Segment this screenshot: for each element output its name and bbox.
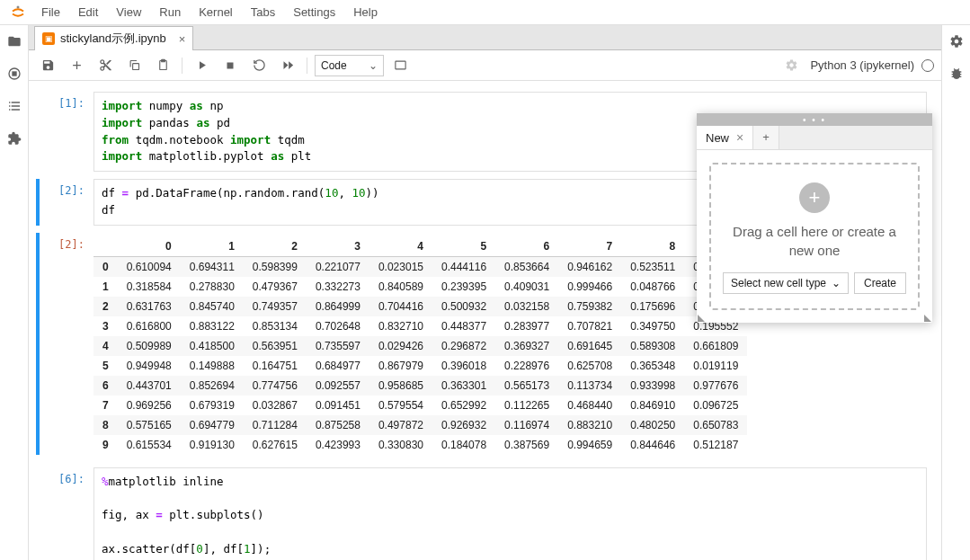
kernel-name[interactable]: Python 3 (ipykernel) bbox=[810, 58, 914, 72]
tab-bar: ▣ stickyland示例.ipynb × bbox=[29, 25, 941, 50]
svg-point-0 bbox=[17, 5, 20, 8]
plus-icon[interactable]: + bbox=[799, 182, 830, 213]
table-row: 70.9692560.6793190.0328670.0914510.57955… bbox=[93, 396, 747, 415]
table-row: 20.6317630.8457400.7493570.8649990.70441… bbox=[93, 297, 747, 316]
resize-handle[interactable] bbox=[697, 312, 707, 323]
column-header: 3 bbox=[307, 236, 369, 257]
table-row: 40.5099890.4185000.5639510.7355970.02942… bbox=[93, 336, 747, 356]
column-header: 7 bbox=[558, 236, 621, 257]
menu-file[interactable]: File bbox=[32, 2, 69, 22]
dataframe-table: 012345678900.6100940.6943110.5983990.221… bbox=[93, 236, 747, 455]
input-prompt: [1]: bbox=[36, 92, 93, 172]
sticky-tab-new[interactable]: New × bbox=[697, 126, 753, 149]
sticky-tabs: New × + bbox=[697, 126, 932, 150]
restart-button[interactable] bbox=[247, 54, 271, 77]
column-header: 2 bbox=[244, 236, 307, 257]
panel-drag-handle[interactable]: • • • bbox=[697, 113, 932, 126]
svg-rect-7 bbox=[396, 61, 405, 69]
sticky-tab-label: New bbox=[706, 131, 729, 145]
notebook-tab[interactable]: ▣ stickyland示例.ipynb × bbox=[34, 26, 193, 50]
svg-rect-2 bbox=[13, 72, 16, 76]
resize-handle[interactable] bbox=[921, 312, 932, 323]
left-sidebar bbox=[0, 25, 29, 560]
code-editor[interactable]: %matplotlib inline fig, ax = plt.subplot… bbox=[93, 467, 927, 561]
column-header: 6 bbox=[495, 236, 558, 257]
settings-icon[interactable] bbox=[779, 54, 803, 77]
menubar: FileEditViewRunKernelTabsSettingsHelp bbox=[0, 0, 970, 25]
menu-view[interactable]: View bbox=[107, 2, 150, 22]
menu-help[interactable]: Help bbox=[344, 2, 387, 22]
table-row: 50.9499480.1498880.1647510.6849770.86797… bbox=[93, 356, 747, 376]
add-tab-button[interactable]: + bbox=[753, 126, 779, 149]
output-prompt: [2]: bbox=[36, 233, 93, 455]
code-cell[interactable]: [6]: %matplotlib inline fig, ax = plt.su… bbox=[36, 467, 927, 561]
menu-tabs[interactable]: Tabs bbox=[242, 2, 284, 22]
property-inspector-icon[interactable] bbox=[946, 31, 967, 52]
celltype-select[interactable]: Select new cell type⌄ bbox=[723, 272, 849, 294]
extension-icon[interactable] bbox=[4, 128, 25, 149]
menu-edit[interactable]: Edit bbox=[69, 2, 107, 22]
close-icon[interactable]: × bbox=[179, 32, 186, 46]
table-row: 60.4437010.8526940.7747560.0925570.95868… bbox=[93, 376, 747, 396]
table-row: 30.6168000.8831220.8531340.7026480.83271… bbox=[93, 316, 747, 336]
jupyter-logo-icon bbox=[9, 4, 27, 22]
column-header: 5 bbox=[432, 236, 495, 257]
svg-rect-5 bbox=[161, 59, 165, 62]
table-row: 90.6155340.9191300.6276150.4239930.33083… bbox=[93, 435, 747, 455]
input-prompt: [6]: bbox=[36, 467, 93, 561]
cut-button[interactable] bbox=[93, 54, 117, 77]
table-row: 80.5751650.6947790.7112840.8752580.49787… bbox=[93, 415, 747, 435]
copy-button[interactable] bbox=[122, 54, 146, 77]
right-sidebar bbox=[941, 25, 970, 560]
running-icon[interactable] bbox=[4, 63, 25, 84]
column-header: 0 bbox=[118, 236, 181, 257]
toc-icon[interactable] bbox=[4, 95, 25, 117]
drop-text: Drag a cell here or create a new one bbox=[722, 222, 907, 260]
svg-rect-3 bbox=[132, 64, 138, 70]
drop-zone[interactable]: + Drag a cell here or create a new one S… bbox=[709, 163, 920, 310]
menu-settings[interactable]: Settings bbox=[284, 2, 344, 22]
folder-icon[interactable] bbox=[4, 31, 25, 52]
kernel-status-icon[interactable] bbox=[921, 59, 934, 72]
stop-button[interactable] bbox=[218, 54, 242, 77]
save-button[interactable] bbox=[36, 54, 59, 77]
notebook-file-icon: ▣ bbox=[42, 32, 55, 45]
column-header: 8 bbox=[621, 236, 684, 257]
tab-filename: stickyland示例.ipynb bbox=[60, 31, 166, 47]
input-prompt: [2]: bbox=[36, 179, 93, 226]
run-button[interactable] bbox=[190, 54, 213, 77]
stickyland-panel: • • • New × + + Drag a cell here or crea… bbox=[697, 113, 932, 323]
column-header: 4 bbox=[369, 236, 432, 257]
run-all-button[interactable] bbox=[276, 54, 299, 77]
debugger-icon[interactable] bbox=[946, 63, 967, 84]
menu-run[interactable]: Run bbox=[150, 2, 190, 22]
table-row: 00.6100940.6943110.5983990.2210770.02301… bbox=[93, 256, 747, 277]
close-icon[interactable]: × bbox=[736, 130, 743, 145]
table-row: 10.3185840.2788300.4793670.3322730.84058… bbox=[93, 277, 747, 297]
chevron-down-icon: ⌄ bbox=[832, 277, 841, 289]
cell-run-indicator bbox=[36, 179, 40, 226]
create-button[interactable]: Create bbox=[854, 272, 906, 294]
cell-run-indicator bbox=[36, 233, 40, 455]
add-cell-button[interactable] bbox=[65, 54, 88, 77]
notebook-toolbar: Code Python 3 (ipykernel) bbox=[29, 50, 941, 81]
render-button[interactable] bbox=[389, 54, 413, 77]
column-header: 1 bbox=[181, 236, 244, 257]
celltype-dropdown[interactable]: Code bbox=[315, 55, 384, 76]
paste-button[interactable] bbox=[151, 54, 174, 77]
menu-kernel[interactable]: Kernel bbox=[190, 2, 242, 22]
svg-rect-6 bbox=[227, 62, 234, 68]
